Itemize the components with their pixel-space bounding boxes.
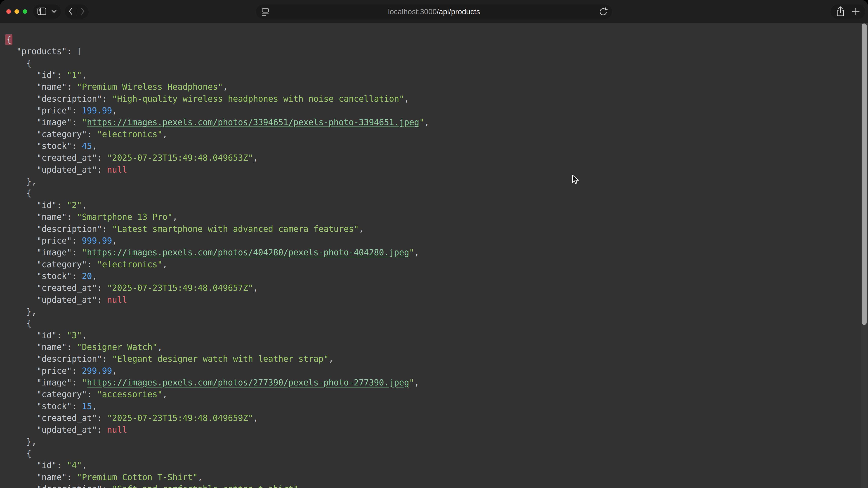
- sidebar-button-group: [33, 4, 61, 19]
- refresh-button[interactable]: [598, 7, 608, 18]
- browser-toolbar: localhost:3000/api/products: [0, 0, 868, 23]
- url-path: /api/products: [437, 7, 480, 16]
- minimize-button[interactable]: [14, 9, 19, 14]
- share-button[interactable]: [836, 6, 845, 18]
- window-controls: [6, 9, 27, 14]
- url-host: localhost:3000: [388, 7, 437, 16]
- share-icon: [836, 6, 845, 18]
- image-url-link[interactable]: https://images.pexels.com/photos/277390/…: [87, 378, 409, 387]
- plus-icon: [851, 7, 860, 17]
- close-button[interactable]: [6, 9, 11, 14]
- chevron-left-icon: [68, 7, 73, 16]
- scrollbar-thumb[interactable]: [862, 24, 867, 325]
- json-viewer-content: { "products": [ { "id": "1", "name": "Pr…: [0, 23, 868, 488]
- zoom-button[interactable]: [23, 9, 27, 14]
- image-url-link[interactable]: https://images.pexels.com/photos/404280/…: [87, 248, 409, 257]
- back-button[interactable]: [68, 7, 73, 16]
- new-tab-button[interactable]: [851, 7, 860, 17]
- url-text: localhost:3000/api/products: [388, 7, 480, 16]
- highlighted-brace: {: [5, 34, 12, 45]
- tab-overview-button[interactable]: [51, 10, 57, 14]
- page-settings-button[interactable]: [260, 7, 270, 18]
- image-url-link[interactable]: https://images.pexels.com/photos/3394651…: [87, 118, 419, 127]
- actions-button-group: [830, 4, 866, 19]
- address-bar[interactable]: localhost:3000/api/products: [256, 4, 612, 19]
- sidebar-icon: [37, 7, 46, 16]
- page-settings-icon: [260, 7, 270, 18]
- chevron-right-icon: [81, 7, 85, 16]
- refresh-icon: [598, 7, 608, 18]
- sidebar-toggle-button[interactable]: [37, 7, 46, 16]
- chevron-down-icon: [51, 10, 57, 14]
- browser-window: localhost:3000/api/products: [0, 0, 868, 488]
- forward-button[interactable]: [81, 7, 85, 16]
- navigation-button-group: [64, 4, 89, 19]
